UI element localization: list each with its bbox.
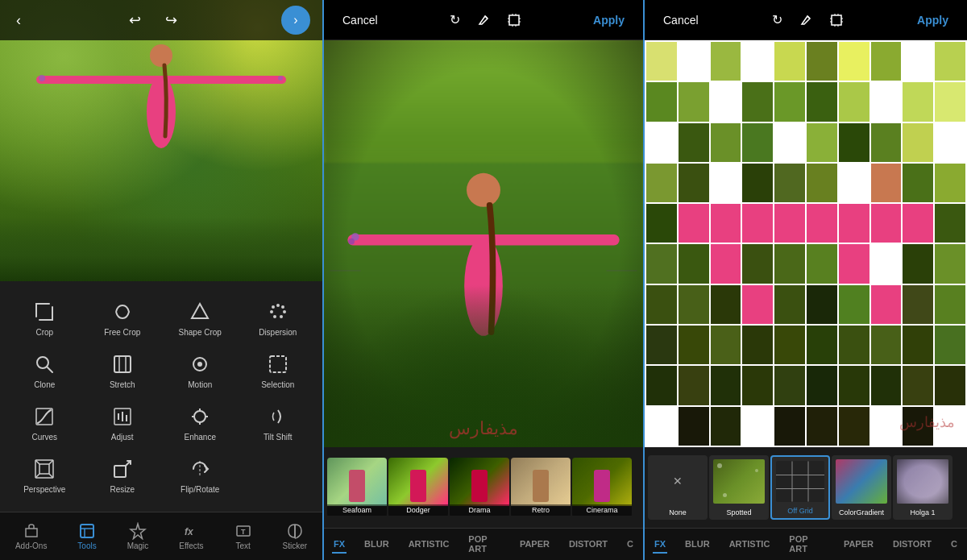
right-tab-fx[interactable]: FX [653,536,667,554]
mosaic-cell [807,42,837,81]
sticker-tab[interactable]: Sticker [276,519,313,554]
magic-icon [129,522,147,540]
svg-rect-36 [114,466,126,477]
mosaic-cell [935,285,965,324]
right-crop-icon[interactable] [829,13,844,27]
effects-tab[interactable]: fx Effects [172,519,210,554]
mosaic-cell [646,326,677,364]
free-crop-label: Free Crop [104,328,140,337]
middle-panel: Cancel ↻ Apply [322,0,645,560]
middle-apply-button[interactable]: Apply [587,10,631,30]
shape-crop-tool[interactable]: Shape Crop [162,292,239,343]
right-header: Cancel ↻ Apply [645,0,967,40]
right-filter-spotted[interactable]: Spotted [709,455,769,520]
right-tab-blur[interactable]: BLUR [683,536,712,554]
selection-icon [265,351,291,377]
forward-button[interactable]: › [281,6,310,35]
free-crop-tool[interactable]: Free Crop [85,292,161,343]
filter-dodger[interactable]: Dodger [388,458,448,517]
right-tab-distort[interactable]: DISTORT [891,536,933,554]
middle-erase-icon[interactable] [476,13,491,27]
middle-tab-c[interactable]: C [625,536,635,554]
filter-drama[interactable]: Drama [450,458,509,517]
mosaic-cell [774,82,805,121]
middle-tab-fx[interactable]: FX [332,536,347,554]
flip-rotate-tool[interactable]: Flip/Rotate [162,450,239,500]
curves-tool[interactable]: Curves [6,397,83,448]
middle-tab-distort[interactable]: DISTORT [567,536,609,554]
seafoam-label: Seafoam [327,504,387,516]
selection-tool[interactable]: Selection [240,345,317,396]
magic-label: Magic [127,541,149,550]
crop-tool[interactable]: Crop [6,292,83,343]
right-redo-icon[interactable]: ↻ [772,12,782,27]
dispersion-tool[interactable]: Dispersion [240,292,317,343]
left-panel: ‹ ↩ ↪ › [0,0,322,560]
mosaic-cell [742,326,773,364]
middle-crop-icon[interactable] [507,13,521,27]
right-filter-holga[interactable]: Holga 1 [893,455,952,520]
stretch-icon [110,351,135,377]
middle-tab-artistic[interactable]: ARTISTIC [407,536,451,554]
text-tab[interactable]: T Text [228,519,259,554]
filter-cinerama[interactable]: Cinerama [572,458,632,517]
right-tab-c[interactable]: C [949,536,959,554]
mosaic-cell [774,164,805,202]
add-ons-tab[interactable]: Add-Ons [9,519,53,554]
adjust-tool[interactable]: Adjust [85,397,161,448]
svg-point-18 [197,362,202,367]
middle-filter-bar: Seafoam Dodger Drama Retro Cinerama [324,447,643,528]
adjust-label: Adjust [111,433,134,442]
middle-tab-blur[interactable]: BLUR [363,536,391,554]
enhance-tool[interactable]: Enhance [162,397,239,448]
redo-button[interactable]: ↪ [161,7,181,33]
tools-tab[interactable]: Tools [71,519,102,554]
curves-label: Curves [31,433,57,442]
filter-retro[interactable]: Retro [511,458,571,517]
sticker-label: Sticker [282,541,307,550]
resize-tool[interactable]: Resize [85,450,161,500]
mosaic-cell [774,326,805,364]
filter-seafoam[interactable]: Seafoam [327,458,387,517]
clone-tool[interactable]: Clone [6,345,83,396]
undo-button[interactable]: ↩ [125,7,145,33]
right-cancel-button[interactable]: Cancel [657,10,705,30]
magic-tab[interactable]: Magic [121,519,156,554]
perspective-tool[interactable]: Perspective [6,450,83,500]
middle-tab-paper[interactable]: PAPER [518,536,551,554]
right-filter-offgrid[interactable]: Off Grid [770,455,830,520]
motion-tool[interactable]: Motion [162,345,239,396]
mosaic-cell [646,82,677,121]
mosaic-cell [871,407,902,446]
tilt-shift-tool[interactable]: Tilt Shift [240,397,317,448]
mosaic-cell [742,204,773,243]
svg-rect-39 [81,525,93,537]
middle-tab-popart[interactable]: POP ART [467,531,502,558]
mosaic-cell [871,164,902,202]
svg-point-4 [278,76,283,81]
svg-point-1 [147,76,176,148]
svg-marker-5 [192,304,208,318]
mosaic-cell [646,42,677,81]
mosaic-cell [807,82,837,121]
mosaic-cell [679,326,709,364]
right-tab-paper[interactable]: PAPER [842,536,875,554]
right-erase-icon[interactable] [799,13,813,27]
mosaic-cell [935,82,965,121]
right-filter-none[interactable]: ✕ None [648,455,708,520]
mosaic-cell [711,326,741,364]
grass-overlay [0,217,322,281]
right-tab-artistic[interactable]: ARTISTIC [728,536,772,554]
middle-redo-icon[interactable]: ↻ [450,12,460,27]
right-tab-popart[interactable]: POP ART [787,531,826,558]
mosaic-cell [839,42,869,81]
right-apply-button[interactable]: Apply [911,10,955,30]
mosaic-cell [839,164,869,202]
mosaic-cell [807,244,837,283]
svg-point-49 [464,236,503,336]
middle-cancel-button[interactable]: Cancel [336,10,384,30]
right-filter-colorgradient[interactable]: ColorGradient [832,455,891,520]
stretch-tool[interactable]: Stretch [85,345,161,396]
back-button[interactable]: ‹ [12,8,25,33]
svg-line-55 [807,16,810,19]
